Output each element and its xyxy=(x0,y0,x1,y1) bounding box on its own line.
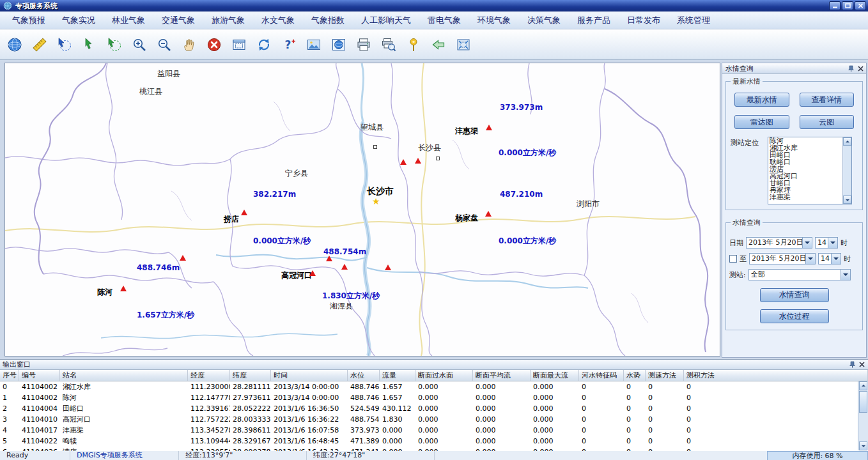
select-circle-button[interactable] xyxy=(55,34,74,55)
column-header[interactable]: 断面过水面 xyxy=(415,370,473,381)
listbox-scrollbar[interactable] xyxy=(842,137,851,204)
refresh-button[interactable] xyxy=(254,34,274,55)
column-header[interactable]: 河水特征码 xyxy=(579,370,624,381)
table-row[interactable]: 641104026涝店112.22055628.0902782013/1/6 1… xyxy=(0,447,868,451)
table-row[interactable]: 341104010高冠河口112.75722228.0033332013/1/6… xyxy=(0,414,868,425)
scroll-down-icon[interactable] xyxy=(859,441,867,450)
menu-item[interactable]: 林业气象 xyxy=(104,12,153,29)
scrollbar-thumb[interactable] xyxy=(859,391,867,413)
station-select[interactable]: 全部 xyxy=(748,269,851,280)
output-close-icon[interactable] xyxy=(858,361,865,368)
image-layer-button[interactable] xyxy=(304,34,323,55)
zoom-in-button[interactable] xyxy=(130,34,149,55)
start-hour-select[interactable]: 14 xyxy=(815,237,838,249)
menu-item[interactable]: 人工影响天气 xyxy=(353,12,419,29)
menu-item[interactable]: 气象实况 xyxy=(54,12,104,29)
table-row[interactable]: 241104004田峪口112.33916728.0522222013/1/6 … xyxy=(0,403,868,414)
menu-item[interactable]: 水文气象 xyxy=(253,12,303,29)
latest-water-button[interactable]: 最新水情 xyxy=(734,93,789,107)
scroll-down-icon[interactable] xyxy=(843,195,851,204)
column-header[interactable]: 流量 xyxy=(380,370,415,381)
station-marker-icon[interactable] xyxy=(485,211,492,217)
pointer-circle-button[interactable] xyxy=(105,34,124,55)
menu-item[interactable]: 服务产品 xyxy=(569,12,619,29)
map-canvas[interactable]: 益阳县桃江县宁乡县望城县长沙县浏阳市湘潭县长沙市沣惠渠捞店杨家盘陈河高冠河口37… xyxy=(4,63,720,356)
menu-item[interactable]: 雷电气象 xyxy=(419,12,469,29)
station-list-item[interactable]: 沣惠渠 xyxy=(768,194,842,201)
station-marker-icon[interactable] xyxy=(415,158,421,164)
chevron-down-icon[interactable] xyxy=(841,270,850,280)
table-row[interactable]: 041104002湘江水库111.23000028.2811112013/3/1… xyxy=(0,381,868,392)
table-row[interactable]: 541104022鸣犊113.10944428.3291672013/1/6 1… xyxy=(0,436,868,447)
column-header[interactable]: 时间 xyxy=(271,370,348,381)
column-header[interactable]: 纬度 xyxy=(230,370,271,381)
table-row[interactable]: 441104017沣惠渠113.34527828.3986112013/1/6 … xyxy=(0,425,868,436)
chevron-down-icon[interactable] xyxy=(805,254,815,264)
column-header[interactable]: 序号 xyxy=(0,370,19,381)
to-checkbox[interactable] xyxy=(729,255,737,263)
menu-item[interactable]: 环境气象 xyxy=(469,12,519,29)
radar-chart-button[interactable]: 雷达图 xyxy=(734,115,789,129)
minimize-button[interactable] xyxy=(829,1,841,10)
water-query-button[interactable]: 水情查询 xyxy=(760,288,829,302)
water-level-process-button[interactable]: 水位过程 xyxy=(760,309,829,323)
station-list-item[interactable]: 湘江水库 xyxy=(768,144,842,151)
globe-button[interactable] xyxy=(5,34,24,55)
full-extent-button[interactable] xyxy=(454,34,473,55)
menu-item[interactable]: 日常发布 xyxy=(619,12,669,29)
menu-item[interactable]: 决策气象 xyxy=(519,12,569,29)
station-list-item[interactable]: 甘峪口 xyxy=(768,180,842,187)
station-list-item[interactable]: 耿峪口 xyxy=(768,158,842,165)
station-list-item[interactable]: 陈河 xyxy=(768,137,842,144)
menu-item[interactable]: 气象指数 xyxy=(303,12,353,29)
menu-item[interactable]: 旅游气象 xyxy=(203,12,253,29)
end-date-select[interactable]: 2013年 5月20日 xyxy=(749,253,816,264)
fit-window-button[interactable] xyxy=(229,34,249,55)
station-marker-icon[interactable] xyxy=(309,270,316,276)
close-button[interactable] xyxy=(855,1,866,10)
station-marker-icon[interactable] xyxy=(180,255,186,261)
chevron-down-icon[interactable] xyxy=(831,254,841,264)
station-marker-icon[interactable] xyxy=(385,264,391,270)
zoom-out-button[interactable] xyxy=(155,34,174,55)
measure-button[interactable] xyxy=(30,34,49,55)
print-preview-button[interactable] xyxy=(379,34,398,55)
station-marker-icon[interactable] xyxy=(341,264,348,270)
column-header[interactable]: 水位 xyxy=(348,370,380,381)
pan-button[interactable] xyxy=(180,34,199,55)
chevron-down-icon[interactable] xyxy=(828,238,837,248)
output-pin-icon[interactable] xyxy=(849,361,856,368)
station-marker-icon[interactable] xyxy=(486,125,492,130)
column-header[interactable]: 测速方法 xyxy=(646,370,684,381)
station-marker-icon[interactable] xyxy=(326,256,332,261)
pin-icon[interactable] xyxy=(848,65,855,72)
station-marker-icon[interactable] xyxy=(241,210,247,215)
locate-button[interactable] xyxy=(404,34,423,55)
station-list-item[interactable]: 高冠河口 xyxy=(768,172,842,180)
panel-close-icon[interactable] xyxy=(857,65,864,72)
pointer-button[interactable] xyxy=(80,34,99,55)
menu-item[interactable]: 系统管理 xyxy=(669,12,718,29)
scroll-up-icon[interactable] xyxy=(859,381,867,390)
column-header[interactable]: 站名 xyxy=(60,370,188,381)
column-header[interactable]: 测积方法 xyxy=(684,370,868,381)
station-list-item[interactable]: 冉家坪 xyxy=(768,187,842,194)
column-header[interactable]: 断面最大流 xyxy=(531,370,579,381)
column-header[interactable]: 水势 xyxy=(624,370,646,381)
station-listbox[interactable]: 陈河湘江水库田峪口耿峪口涝店高冠河口甘峪口冉家坪沣惠渠 xyxy=(768,137,852,204)
station-marker-icon[interactable] xyxy=(120,286,127,291)
column-header[interactable]: 断面平均流 xyxy=(473,370,531,381)
end-hour-select[interactable]: 14 xyxy=(818,253,841,264)
scroll-up-icon[interactable] xyxy=(843,137,851,146)
menu-item[interactable]: 交通气象 xyxy=(153,12,203,29)
cloud-image-button[interactable]: 云图 xyxy=(800,115,855,129)
column-header[interactable]: 经度 xyxy=(188,370,230,381)
station-list-item[interactable]: 田峪口 xyxy=(768,151,842,158)
column-header[interactable]: 编号 xyxy=(19,370,60,381)
chevron-down-icon[interactable] xyxy=(802,238,812,248)
back-button[interactable] xyxy=(429,34,448,55)
table-row[interactable]: 141104002陈河112.14777827.9736112013/3/14 … xyxy=(0,392,868,403)
station-list-item[interactable]: 涝店 xyxy=(768,165,842,172)
menu-item[interactable]: 气象预报 xyxy=(4,12,54,29)
world-image-button[interactable] xyxy=(329,34,348,55)
